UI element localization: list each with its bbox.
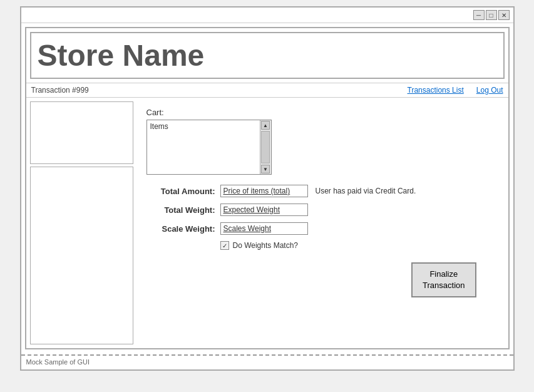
scale-weight-label: Scale Weight:	[146, 224, 215, 234]
log-out-link[interactable]: Log Out	[476, 86, 503, 95]
total-weight-label: Total Weight:	[146, 205, 215, 215]
scroll-track[interactable]	[261, 131, 270, 163]
total-amount-row: Total Amount: Price of items (total) Use…	[146, 185, 495, 197]
weights-match-label: Do Weights Match?	[233, 241, 299, 250]
cart-label: Cart:	[146, 108, 495, 117]
weights-match-row: ✓ Do Weights Match?	[220, 241, 495, 250]
footer-separator	[21, 354, 513, 356]
scroll-down-arrow[interactable]: ▼	[261, 165, 270, 173]
store-name: Store Name	[38, 38, 497, 73]
left-panel	[30, 101, 133, 344]
app-content: Store Name Transaction #999 Transactions…	[25, 27, 510, 349]
cart-items: Items	[147, 120, 260, 174]
total-weight-field: Expected Weight	[220, 204, 308, 216]
transaction-bar: Transaction #999 Transactions List Log O…	[26, 83, 508, 98]
close-button[interactable]: ✕	[498, 10, 510, 20]
left-bottom-box	[30, 167, 133, 344]
scale-weight-row: Scale Weight: Scales Weight	[146, 222, 495, 235]
title-bar: ─ □ ✕	[21, 8, 513, 23]
finalize-btn-wrapper: Finalize Transaction	[146, 262, 495, 297]
maximize-button[interactable]: □	[486, 10, 497, 20]
store-header: Store Name	[30, 32, 505, 79]
total-amount-field: Price of items (total)	[220, 185, 308, 197]
cart-scrollbar: ▲ ▼	[260, 120, 271, 174]
cart-box: Items ▲ ▼	[146, 120, 272, 175]
app-window: ─ □ ✕ Store Name Transaction #999 Transa…	[20, 6, 515, 371]
transaction-links: Transactions List Log Out	[408, 86, 503, 95]
scale-weight-field: Scales Weight	[220, 222, 308, 235]
transactions-list-link[interactable]: Transactions List	[408, 86, 464, 95]
weights-match-checkbox[interactable]: ✓	[220, 241, 229, 250]
minimize-button[interactable]: ─	[473, 10, 485, 20]
footer-label: Mock Sample of GUI	[21, 358, 513, 369]
finalize-transaction-button[interactable]: Finalize Transaction	[411, 262, 476, 297]
total-amount-label: Total Amount:	[146, 187, 215, 196]
transaction-id: Transaction #999	[31, 86, 89, 95]
main-area: Cart: Items ▲ ▼ Total Amount: Price of i…	[26, 98, 508, 348]
right-panel: Cart: Items ▲ ▼ Total Amount: Price of i…	[137, 101, 505, 344]
payment-info: User has paid via Credit Card.	[316, 187, 416, 195]
scroll-up-arrow[interactable]: ▲	[261, 121, 270, 130]
total-weight-row: Total Weight: Expected Weight	[146, 204, 495, 216]
left-top-box	[30, 101, 133, 164]
